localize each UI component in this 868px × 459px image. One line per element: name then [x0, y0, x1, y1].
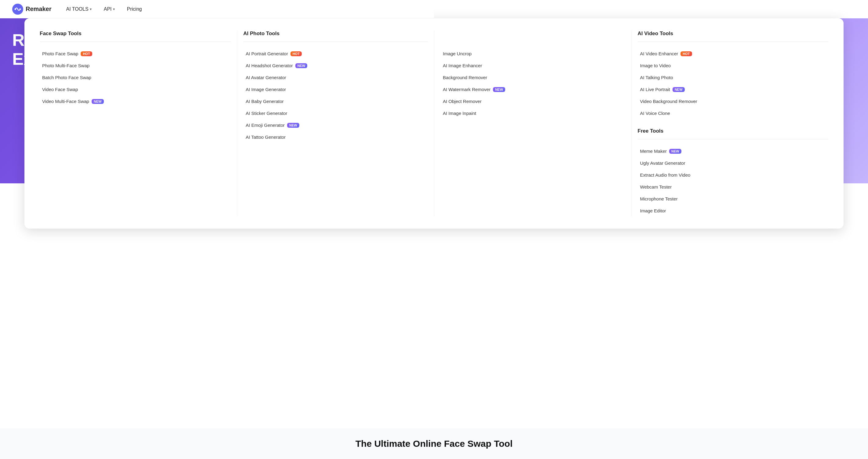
menu-item-ai-avatar-generator[interactable]: AI Avatar Generator — [243, 72, 428, 83]
nav-ai-tools[interactable]: AI TOOLS ▾ — [61, 4, 96, 15]
new-badge: NEW — [92, 99, 104, 104]
col-ai-photo: AI Photo Tools AI Portrait Generator HOT… — [237, 31, 434, 217]
col-face-swap: Face Swap Tools Photo Face Swap HOT Phot… — [40, 31, 237, 217]
hot-badge: HOT — [290, 51, 302, 56]
svg-point-2 — [20, 8, 21, 10]
api-label: API — [104, 6, 112, 12]
menu-item-photo-multi-face-swap[interactable]: Photo Multi-Face Swap — [40, 60, 231, 71]
col-header-face-swap: Face Swap Tools — [40, 31, 231, 42]
logo-icon — [12, 4, 23, 15]
menu-item-ai-headshot-generator[interactable]: AI Headshot Generator NEW — [243, 60, 428, 71]
ai-avatar-generator-label: AI Avatar Generator — [246, 75, 286, 80]
ai-baby-generator-label: AI Baby Generator — [246, 99, 284, 104]
menu-item-ai-portrait-generator[interactable]: AI Portrait Generator HOT — [243, 48, 428, 59]
nav-api[interactable]: API ▾ — [99, 4, 120, 15]
logo-text: Remaker — [26, 5, 52, 12]
menu-item-ai-tattoo-generator[interactable]: AI Tattoo Generator — [243, 132, 428, 143]
dropdown-grid: Face Swap Tools Photo Face Swap HOT Phot… — [40, 31, 434, 217]
svg-point-1 — [15, 8, 16, 10]
menu-item-photo-face-swap[interactable]: Photo Face Swap HOT — [40, 48, 231, 59]
ai-tools-dropdown: Face Swap Tools Photo Face Swap HOT Phot… — [25, 18, 434, 229]
ai-emoji-generator-label: AI Emoji Generator — [246, 122, 285, 128]
menu-item-ai-baby-generator[interactable]: AI Baby Generator — [243, 96, 428, 107]
hot-badge: HOT — [81, 51, 92, 56]
menu-item-video-multi-face-swap[interactable]: Video Multi-Face Swap NEW — [40, 96, 231, 107]
navbar: Remaker AI TOOLS ▾ API ▾ Pricing — [0, 0, 434, 18]
video-face-swap-label: Video Face Swap — [42, 87, 78, 92]
photo-face-swap-label: Photo Face Swap — [42, 51, 78, 56]
batch-photo-face-swap-label: Batch Photo Face Swap — [42, 75, 91, 80]
new-badge: NEW — [287, 123, 299, 128]
ai-sticker-generator-label: AI Sticker Generator — [246, 111, 287, 116]
pricing-label: Pricing — [127, 6, 142, 12]
chevron-down-icon: ▾ — [113, 7, 115, 11]
ai-photo-items: AI Portrait Generator HOT AI Headshot Ge… — [243, 48, 428, 143]
new-badge: NEW — [295, 63, 308, 68]
menu-item-video-face-swap[interactable]: Video Face Swap — [40, 84, 231, 95]
ai-image-generator-label: AI Image Generator — [246, 87, 286, 92]
ai-tattoo-generator-label: AI Tattoo Generator — [246, 135, 286, 140]
col-header-ai-photo: AI Photo Tools — [243, 31, 428, 42]
menu-item-ai-image-generator[interactable]: AI Image Generator — [243, 84, 428, 95]
menu-item-ai-emoji-generator[interactable]: AI Emoji Generator NEW — [243, 119, 428, 131]
ai-portrait-generator-label: AI Portrait Generator — [246, 51, 288, 56]
ai-tools-label: AI TOOLS — [66, 6, 89, 12]
logo-area[interactable]: Remaker — [12, 4, 52, 15]
nav-pricing[interactable]: Pricing — [122, 4, 147, 15]
nav-items: AI TOOLS ▾ API ▾ Pricing — [61, 4, 147, 15]
video-multi-face-swap-label: Video Multi-Face Swap — [42, 99, 89, 104]
face-swap-items: Photo Face Swap HOT Photo Multi-Face Swa… — [40, 48, 231, 107]
menu-item-batch-photo-face-swap[interactable]: Batch Photo Face Swap — [40, 72, 231, 83]
ai-headshot-generator-label: AI Headshot Generator — [246, 63, 293, 68]
chevron-down-icon: ▾ — [90, 7, 92, 11]
photo-multi-face-swap-label: Photo Multi-Face Swap — [42, 63, 90, 68]
menu-item-ai-sticker-generator[interactable]: AI Sticker Generator — [243, 108, 428, 119]
